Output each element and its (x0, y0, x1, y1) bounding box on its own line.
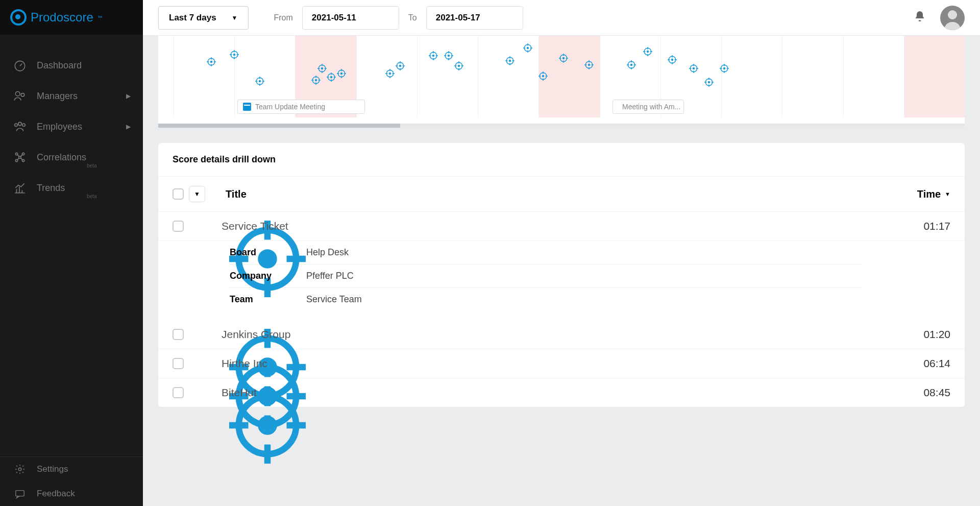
chevron-right-icon: ▶ (126, 92, 131, 100)
beta-badge: beta (87, 163, 96, 168)
sidebar-item-trends[interactable]: Trends beta (0, 173, 143, 203)
detail-label: Board (230, 247, 306, 258)
svg-point-8 (15, 91, 20, 96)
sort-down-icon: ▼ (945, 191, 950, 197)
target-icon (191, 329, 202, 340)
row-title: Jenkins Group (222, 328, 290, 341)
gear-icon (12, 463, 28, 475)
timeline-event[interactable]: Meeting with Am... (612, 100, 684, 114)
activity-dot-icon[interactable] (627, 60, 636, 69)
activity-dot-icon[interactable] (327, 73, 336, 82)
row-checkbox[interactable] (173, 387, 184, 398)
avatar[interactable] (940, 6, 965, 30)
scrollbar-thumb[interactable] (158, 124, 400, 128)
people-icon (12, 121, 28, 133)
to-date-input[interactable]: 2021-05-17 (426, 6, 523, 30)
timeline-body: Team Update Meeting Meeting with Am... (158, 36, 965, 128)
calendar-icon (243, 103, 251, 111)
timeline-scrollbar[interactable] (158, 124, 965, 128)
svg-point-9 (21, 93, 24, 97)
activity-dot-icon[interactable] (643, 47, 652, 56)
date-range-dropdown[interactable]: Last 7 days ▼ (158, 6, 249, 30)
activity-dot-icon[interactable] (538, 71, 548, 81)
network-icon (12, 151, 28, 163)
from-date-input[interactable]: 2021-05-11 (302, 6, 399, 30)
detail-label: Company (230, 271, 306, 281)
row-time: 06:14 (923, 357, 950, 370)
activity-dot-icon[interactable] (255, 77, 264, 86)
activity-dot-icon[interactable] (396, 61, 405, 70)
activity-dot-icon[interactable] (337, 69, 346, 78)
chevron-right-icon: ▶ (126, 123, 131, 130)
sidebar-item-employees[interactable]: Employees ▶ (0, 111, 143, 142)
sidebar-item-settings[interactable]: Settings (0, 457, 143, 481)
expand-all-button[interactable]: ▼ (189, 186, 205, 202)
svg-line-20 (17, 158, 19, 160)
beta-badge: beta (87, 194, 96, 199)
activity-dot-icon[interactable] (668, 55, 677, 64)
row-checkbox[interactable] (173, 358, 184, 369)
sidebar: Prodoscore™ Dashboard Managers ▶ (0, 0, 143, 506)
users-icon (12, 90, 28, 102)
header-actions (914, 6, 965, 30)
sidebar-item-label: Managers (37, 91, 78, 102)
activity-dot-icon[interactable] (689, 64, 698, 73)
row-time: 08:45 (923, 387, 950, 399)
date-inputs: From 2021-05-11 To 2021-05-17 (274, 6, 523, 30)
svg-line-7 (20, 64, 22, 66)
sidebar-item-correlations[interactable]: Correlations beta (0, 142, 143, 173)
activity-dot-icon[interactable] (559, 54, 568, 63)
main-content: Last 7 days ▼ From 2021-05-11 To 2021-05… (143, 0, 980, 506)
svg-line-18 (17, 155, 19, 157)
activity-dot-icon[interactable] (230, 50, 239, 59)
event-label: Meeting with Am... (622, 103, 680, 111)
logo-area: Prodoscore™ (0, 0, 143, 35)
activity-dot-icon[interactable] (704, 78, 714, 87)
select-all-checkbox[interactable] (173, 188, 184, 200)
row-title: Service Ticket (222, 220, 288, 232)
column-time-sort[interactable]: Time ▼ (917, 188, 950, 200)
activity-dot-icon[interactable] (317, 64, 327, 73)
target-icon (191, 358, 202, 369)
sidebar-item-managers[interactable]: Managers ▶ (0, 81, 143, 111)
activity-dot-icon[interactable] (385, 69, 395, 78)
feedback-icon (12, 488, 28, 500)
row-time: 01:17 (923, 220, 950, 232)
table-header: ▼ Title Time ▼ (158, 176, 965, 212)
detail-value: Pfeffer PLC (306, 271, 354, 281)
activity-dot-icon[interactable] (523, 43, 532, 53)
activity-dot-icon[interactable] (207, 57, 216, 66)
activity-dot-icon[interactable] (311, 76, 321, 85)
svg-point-10 (18, 122, 22, 126)
event-label: Team Update Meeting (255, 103, 325, 111)
column-title: Title (226, 188, 247, 200)
sidebar-item-label: Employees (37, 122, 82, 132)
table-row[interactable]: Jenkins Group 01:20 (158, 320, 965, 349)
activity-dot-icon[interactable] (444, 51, 453, 60)
sidebar-item-dashboard[interactable]: Dashboard (0, 50, 143, 81)
target-icon (191, 387, 202, 398)
detail-value: Help Desk (306, 247, 349, 258)
activity-dot-icon[interactable] (454, 61, 463, 70)
activity-dot-icon[interactable] (505, 56, 514, 65)
row-checkbox[interactable] (173, 221, 184, 232)
logo[interactable]: Prodoscore™ (10, 9, 103, 26)
sidebar-item-feedback[interactable]: Feedback (0, 481, 143, 506)
target-icon (191, 221, 202, 232)
brand-name: Prodoscore (31, 10, 93, 25)
svg-point-12 (22, 124, 25, 126)
to-label: To (408, 13, 417, 22)
timeline-event[interactable]: Team Update Meeting (237, 100, 365, 114)
activity-dot-icon[interactable] (584, 60, 594, 69)
row-checkbox[interactable] (173, 329, 184, 340)
row-title: BiteHut (222, 387, 257, 399)
activity-dot-icon[interactable] (429, 51, 438, 60)
timeline-card: Team Update Meeting Meeting with Am... (158, 36, 965, 128)
row-time: 01:20 (923, 328, 950, 341)
row-title: Hirthe Inc (222, 357, 267, 370)
activity-dot-icon[interactable] (720, 64, 729, 73)
table-row[interactable]: Service Ticket 01:17 (158, 212, 965, 241)
detail-label: Team (230, 294, 306, 305)
sidebar-item-label: Dashboard (37, 60, 82, 71)
bell-icon[interactable] (914, 10, 926, 26)
